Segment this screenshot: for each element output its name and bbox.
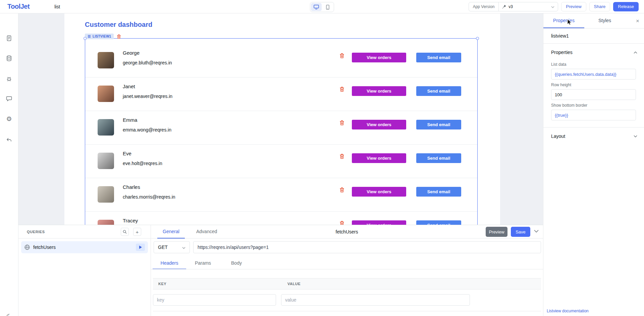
header-actions: App Version v3 Preview Share Release [469, 2, 639, 11]
list-item[interactable]: Eve eve.holt@reqres.in View orders Send … [85, 145, 477, 178]
send-email-button[interactable]: Send email [416, 53, 461, 62]
customer-email[interactable]: george.bluth@reqres.in [123, 60, 172, 65]
customer-email[interactable]: eve.holt@reqres.in [123, 161, 162, 166]
customer-email[interactable]: emma.wong@reqres.in [123, 127, 171, 133]
listview-documentation-link[interactable]: Listview documentation [547, 309, 589, 313]
queries-heading: QUERIES [27, 225, 45, 239]
avatar[interactable] [98, 86, 114, 102]
delete-widget-icon[interactable] [117, 34, 121, 39]
version-dropdown[interactable]: v3 [499, 2, 558, 11]
query-panel: QUERIES + General Advanced fetchUsers Pr… [18, 225, 543, 316]
undo-arrow-icon [6, 137, 12, 143]
app-name[interactable]: list [54, 4, 60, 9]
tab-general[interactable]: General [157, 225, 185, 239]
header-value-input[interactable] [281, 294, 470, 306]
show-bottom-border-input[interactable]: {{true}} [551, 110, 636, 120]
rocket-icon [502, 5, 506, 9]
send-email-button[interactable]: Send email [416, 120, 461, 129]
avatar[interactable] [98, 52, 114, 68]
close-panel-icon[interactable]: × [636, 18, 639, 24]
view-orders-button[interactable]: View orders [352, 153, 406, 163]
sidebar-icon-pages[interactable] [3, 32, 15, 44]
editor-left-sidebar: ⚙ ☾ [0, 13, 18, 316]
chevron-up-icon [634, 51, 637, 54]
query-panel-divider [151, 225, 151, 316]
properties-section-header[interactable]: Properties [543, 44, 644, 59]
list-icon [88, 35, 91, 38]
customer-name[interactable]: Janet [123, 84, 135, 89]
header-key-input[interactable] [153, 294, 276, 306]
tab-advanced[interactable]: Advanced [191, 225, 222, 239]
moon-icon: ☾ [6, 313, 12, 316]
http-method-select[interactable]: GET [154, 241, 190, 253]
sidebar-icon-comments[interactable] [3, 93, 15, 105]
list-item[interactable]: Charles charles.morris@reqres.in View or… [85, 178, 477, 212]
tab-styles[interactable]: Styles [584, 13, 625, 28]
avatar[interactable] [98, 119, 114, 136]
avatar[interactable] [98, 153, 114, 169]
app-header: ToolJet list App Version v3 Preview Shar… [0, 0, 644, 13]
send-email-button[interactable]: Send email [416, 86, 461, 96]
delete-row-icon[interactable] [339, 87, 344, 93]
app-version-label: App Version [469, 2, 499, 11]
layout-section-header[interactable]: Layout [543, 127, 644, 143]
layout-section-title: Layout [551, 134, 565, 139]
dark-mode-toggle[interactable]: ☾ [3, 311, 15, 316]
url-input[interactable] [193, 241, 541, 253]
add-query-button[interactable]: + [133, 228, 141, 236]
desktop-toggle-button[interactable] [311, 3, 322, 11]
tab-params[interactable]: Params [186, 257, 220, 269]
collapse-panel-icon[interactable] [534, 228, 539, 234]
bug-icon [6, 75, 12, 82]
tab-headers[interactable]: Headers [153, 257, 186, 269]
sidebar-icon-undo[interactable] [3, 134, 15, 146]
query-save-button[interactable]: Save [511, 227, 530, 237]
sidebar-icon-datasources[interactable] [3, 52, 15, 64]
query-list-item-fetchusers[interactable]: fetchUsers [21, 241, 148, 253]
tooljet-logo[interactable]: ToolJet [7, 3, 30, 10]
list-data-input[interactable]: {{queries.fetchUsers.data.data}} [551, 69, 636, 80]
query-preview-button[interactable]: Preview [486, 227, 507, 237]
share-button[interactable]: Share [589, 2, 610, 11]
list-item[interactable]: Emma emma.wong@reqres.in View orders Sen… [85, 111, 477, 145]
send-email-button[interactable]: Send email [416, 187, 461, 197]
list-item[interactable]: Janet janet.weaver@reqres.in View orders… [85, 77, 477, 111]
release-button[interactable]: Release [613, 2, 639, 11]
sidebar-icon-settings[interactable]: ⚙ [3, 113, 15, 125]
avatar[interactable] [98, 186, 114, 203]
view-orders-button[interactable]: View orders [352, 187, 406, 197]
query-panel-topbar: QUERIES + General Advanced fetchUsers Pr… [18, 225, 543, 239]
customer-name[interactable]: George [123, 50, 140, 56]
query-item-name: fetchUsers [33, 245, 56, 250]
customer-name[interactable]: Charles [123, 184, 140, 190]
mobile-toggle-button[interactable] [322, 3, 333, 11]
dashboard-title-widget[interactable]: Customer dashboard [85, 21, 152, 29]
send-email-button[interactable]: Send email [416, 153, 461, 163]
customer-email[interactable]: charles.morris@reqres.in [123, 194, 175, 200]
run-query-button[interactable] [136, 244, 145, 251]
view-orders-button[interactable]: View orders [352, 53, 406, 62]
delete-row-icon[interactable] [339, 120, 344, 127]
delete-row-icon[interactable] [339, 154, 344, 160]
row-height-input[interactable]: 100 [551, 89, 636, 100]
chevron-down-icon [182, 245, 185, 250]
view-orders-button[interactable]: View orders [352, 120, 406, 129]
preview-button[interactable]: Preview [561, 2, 586, 11]
tab-body[interactable]: Body [220, 257, 253, 269]
customer-email[interactable]: janet.weaver@reqres.in [123, 94, 172, 99]
view-orders-button[interactable]: View orders [352, 86, 406, 96]
listview-badge-label: LISTVIEW1 [93, 35, 111, 38]
query-search-button[interactable] [121, 228, 129, 236]
tab-properties[interactable]: Properties [543, 13, 584, 28]
customer-name[interactable]: Eve [123, 151, 131, 156]
delete-row-icon[interactable] [339, 187, 344, 194]
delete-row-icon[interactable] [339, 53, 344, 60]
play-icon [139, 246, 142, 249]
list-item[interactable]: George george.bluth@reqres.in View order… [85, 44, 477, 77]
resize-handle-top-left[interactable] [84, 37, 87, 40]
sidebar-icon-debugger[interactable] [3, 72, 15, 85]
customer-name[interactable]: Tracey [123, 218, 138, 223]
listview-badge[interactable]: LISTVIEW1 [85, 34, 114, 39]
customer-name[interactable]: Emma [123, 117, 137, 123]
resize-handle-top-right[interactable] [476, 37, 479, 40]
